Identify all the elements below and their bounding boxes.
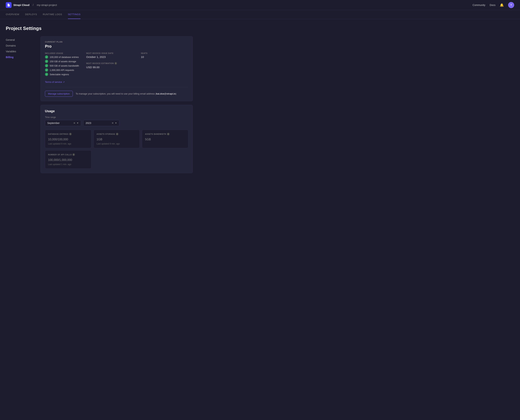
current-plan-label: CURRENT PLAN [45,41,188,43]
seats-col: SEATS 10 [141,52,188,59]
plan-divider [45,87,188,87]
metric-assets-bandwidth: ASSETS BANDWIDTH i 5GB [142,130,188,148]
metric-api-label: NUMBER OF API CALLS i [48,153,88,156]
time-range-selects: September ✕ ▼ 2023 ✕ ▼ [45,120,188,126]
settings-main: CURRENT PLAN Pro INCLUDED USAGE ✓ 100,00… [40,36,193,173]
metric-storage-label: ASSETS STORAGE i [97,133,137,135]
storage-info-icon[interactable]: i [116,133,118,135]
check-icon-3: ✓ [45,64,48,67]
usage-item-2: ✓ 150 GB of assets storage [45,60,79,63]
year-select-wrapper[interactable]: 2023 ✕ ▼ [83,120,119,126]
estimation-label-row: NEXT INVOICE ESTIMATION i [86,62,188,65]
project-name: my-strapi-project [37,3,57,7]
metric-bandwidth-value: 5GB [145,137,185,142]
next-invoice-col: NEXT INVOICE ISSUE DATE October 1, 2023 [86,52,134,59]
usage-item-4: ✓ 1,000,000 API requests [45,68,79,72]
seats-value: 10 [141,55,188,59]
estimation-value: USD 99.00 [86,66,188,69]
manage-text-suffix: ) [176,92,176,95]
avatar[interactable]: T [508,2,514,8]
metric-bandwidth-label: ASSETS BANDWIDTH i [145,133,185,135]
usage-item-1: ✓ 100,000 of database entries [45,55,79,59]
manage-row: Manage subscription To manage your subsc… [45,91,188,97]
usage-title: Usage [45,109,188,113]
usage-text-4: 1,000,000 API requests [50,69,74,71]
metrics-grid-bottom: NUMBER OF API CALLS i 100,000/1,000,000 … [45,150,188,169]
manage-email: kai.doe@strapi.io [156,92,176,95]
metric-storage-updated: Last updated 9 min. ago [97,142,137,145]
estimation-col: NEXT INVOICE ESTIMATION i USD 99.00 [86,62,188,69]
main-content: Project Settings General Domains Variabl… [0,19,199,180]
plan-card: CURRENT PLAN Pro INCLUDED USAGE ✓ 100,00… [40,36,193,101]
metric-storage-value: 1GB [97,137,137,142]
plan-name: Pro [45,44,188,49]
year-clear-icon[interactable]: ✕ [112,122,114,125]
manage-text-prefix: To manage your subscription, you will ne… [76,92,156,95]
brand: Strapi Cloud / my-strapi-project [6,2,57,8]
sidebar-item-billing[interactable]: Billing [6,54,35,60]
included-usage-label: INCLUDED USAGE [45,52,79,54]
usage-text-1: 100,000 of database entries [50,56,79,59]
metric-api-value: 100,000/1,000,000 [48,157,88,162]
tab-deploys[interactable]: DEPLOYS [25,10,37,19]
included-usage-col: INCLUDED USAGE ✓ 100,000 of database ent… [45,52,79,77]
metric-api-calls: NUMBER OF API CALLS i 100,000/1,000,000 … [45,150,91,169]
usage-item-3: ✓ 500 GB of assets bandwidth [45,64,79,67]
metric-api-updated: Last updated 1 min. ago [48,163,88,166]
seats-label: SEATS [141,52,188,54]
manage-text: To manage your subscription, you will ne… [76,92,176,95]
month-select-icons: ✕ ▼ [73,122,79,125]
time-range-label: Time range [45,116,188,119]
invoice-seats-row: NEXT INVOICE ISSUE DATE October 1, 2023 … [86,52,188,59]
usage-item-5: ✓ Selectable regions [45,73,79,76]
db-info-icon[interactable]: i [69,133,72,135]
sidebar-item-variables[interactable]: Variables [6,49,35,54]
metric-assets-storage: ASSETS STORAGE i 1GB Last updated 9 min.… [93,130,140,148]
check-icon-1: ✓ [45,55,48,59]
next-invoice-label: NEXT INVOICE ISSUE DATE [86,52,134,54]
estimation-label: NEXT INVOICE ESTIMATION [86,62,114,64]
check-icon-5: ✓ [45,73,48,76]
notifications-button[interactable]: 🔔 [500,3,504,7]
api-info-icon[interactable]: i [72,153,75,156]
external-link-icon: ↗ [63,81,65,83]
estimation-info-icon[interactable]: i [115,62,117,65]
community-link[interactable]: Community [473,4,485,7]
sidebar-item-general[interactable]: General [6,37,35,43]
tab-overview[interactable]: OVERVIEW [6,10,19,19]
usage-text-5: Selectable regions [50,73,69,76]
usage-text-3: 500 GB of assets bandwidth [50,64,79,67]
month-select-value: September [47,122,72,125]
terms-link[interactable]: Terms of service ↗ [45,81,188,83]
tab-runtime-logs[interactable]: RUNTIME LOGS [43,10,62,19]
docs-link[interactable]: Docs [490,4,496,7]
year-select-icons: ✕ ▼ [112,122,117,125]
check-icon-2: ✓ [45,60,48,63]
plan-right-cols: NEXT INVOICE ISSUE DATE October 1, 2023 … [86,52,188,77]
tab-settings[interactable]: SETTINGS [68,10,81,19]
metric-db-updated: Last updated 9 min. ago [48,142,88,145]
metric-db-label: DATABASE ENTRIES i [48,133,88,135]
settings-layout: General Domains Variables Billing CURREN… [6,36,193,173]
strapi-icon [7,3,10,7]
month-select-wrapper[interactable]: September ✕ ▼ [45,120,81,126]
metrics-grid-top: DATABASE ENTRIES i 10,000/100,000 Last u… [45,130,188,148]
manage-subscription-button[interactable]: Manage subscription [45,91,73,97]
page-title: Project Settings [6,26,193,31]
topnav-right: Community Docs 🔔 T [473,2,514,8]
month-arrow-icon: ▼ [76,122,79,124]
plan-details: INCLUDED USAGE ✓ 100,000 of database ent… [45,52,188,77]
subnav: OVERVIEW DEPLOYS RUNTIME LOGS SETTINGS [0,10,520,19]
brand-logo [6,2,12,8]
topnav: Strapi Cloud / my-strapi-project Communi… [0,0,520,10]
brand-name: Strapi Cloud [13,3,30,7]
month-clear-icon[interactable]: ✕ [73,122,76,125]
year-arrow-icon: ▼ [115,122,117,124]
next-invoice-date: October 1, 2023 [86,55,134,59]
year-select-value: 2023 [86,122,110,125]
bandwidth-info-icon[interactable]: i [167,133,169,135]
settings-sidebar: General Domains Variables Billing [6,36,35,173]
sidebar-item-domains[interactable]: Domains [6,43,35,49]
terms-label: Terms of service [45,81,62,83]
breadcrumb-sep: / [33,3,33,7]
